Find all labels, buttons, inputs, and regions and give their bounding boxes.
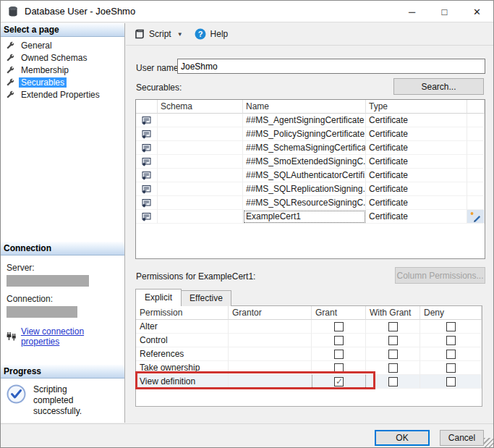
with-grant-checkbox[interactable]: [388, 322, 398, 331]
script-dropdown-caret[interactable]: ▼: [177, 31, 183, 38]
securable-extra: [467, 169, 485, 182]
securable-schema: [158, 210, 243, 224]
deny-checkbox[interactable]: [446, 336, 456, 345]
connection-label: Connection:: [7, 294, 124, 304]
certificate-icon: [142, 143, 151, 153]
user-name-input[interactable]: [177, 59, 485, 74]
securables-col-name[interactable]: Name: [243, 100, 366, 114]
permissions-tabs: ExplicitEffective: [135, 290, 231, 306]
securables-col-type[interactable]: Type: [366, 100, 467, 114]
securable-row[interactable]: ##MS_SQLAuthenticatorCertifi...Certifica…: [136, 169, 485, 182]
permission-name: Take ownership: [136, 361, 229, 375]
deny-checkbox[interactable]: [446, 363, 456, 373]
with-grant-cell: [366, 347, 420, 361]
help-button[interactable]: ? Help: [192, 26, 231, 42]
securable-type: Certificate: [366, 155, 467, 169]
title-bar: Database User - JoeShmo ─ □ ✕: [1, 1, 493, 22]
grant-cell: [312, 334, 366, 347]
perm-col-with-grant[interactable]: With Grant: [366, 306, 420, 320]
securable-type: Certificate: [366, 182, 467, 196]
perm-col-grantor[interactable]: Grantor: [229, 306, 312, 320]
select-page-list: GeneralOwned SchemasMembershipSecurables…: [1, 37, 124, 101]
help-label: Help: [210, 29, 229, 39]
script-label: Script: [149, 29, 171, 39]
perm-col-permission[interactable]: Permission: [136, 306, 229, 320]
wrench-icon: [6, 41, 14, 50]
wrench-icon: [6, 66, 14, 75]
certificate-icon-cell: [136, 210, 158, 224]
minimize-button[interactable]: ─: [396, 1, 428, 22]
column-permissions-button[interactable]: Column Permissions...: [395, 267, 485, 284]
permission-row[interactable]: Alter: [136, 320, 482, 334]
search-button[interactable]: Search...: [393, 78, 484, 95]
permission-row[interactable]: References: [136, 347, 482, 361]
securable-name: ##MS_PolicySigningCertificate: [243, 127, 366, 141]
database-user-dialog: Database User - JoeShmo ─ □ ✕ Select a p…: [0, 0, 494, 448]
grant-checkbox[interactable]: [334, 350, 344, 359]
progress-header: Progress: [1, 365, 124, 379]
securable-name: ##MS_SQLReplicationSigning...: [243, 182, 366, 196]
with-grant-cell: [366, 361, 420, 375]
certificate-icon: [142, 212, 151, 221]
script-button[interactable]: Script ▼: [132, 27, 186, 41]
resize-grip[interactable]: [484, 438, 493, 447]
grant-checkbox[interactable]: [334, 363, 344, 373]
certificate-icon: [142, 130, 151, 139]
securable-row[interactable]: ##MS_SmoExtendedSigningC...Certificate: [136, 155, 485, 169]
sidebar-item-securables[interactable]: Securables: [1, 76, 124, 88]
script-icon: [135, 29, 145, 39]
with-grant-checkbox[interactable]: [388, 336, 398, 345]
sidebar-item-label: Owned Schemas: [19, 53, 89, 63]
securable-type: Certificate: [366, 127, 467, 141]
certificate-icon: [142, 116, 151, 125]
deny-checkbox[interactable]: [446, 322, 456, 331]
sidebar-item-membership[interactable]: Membership: [1, 64, 124, 76]
securables-col-extra: [467, 100, 485, 114]
tab-effective[interactable]: Effective: [181, 290, 231, 306]
permission-grantor: [229, 375, 312, 389]
ok-button[interactable]: OK: [375, 430, 430, 446]
close-button[interactable]: ✕: [461, 1, 493, 22]
certificate-icon-cell: [136, 182, 158, 196]
deny-checkbox[interactable]: [446, 350, 456, 359]
with-grant-cell: [366, 334, 420, 347]
with-grant-checkbox[interactable]: [388, 377, 398, 386]
grant-cell: [312, 361, 366, 375]
deny-cell: [420, 320, 482, 334]
svg-text:?: ?: [197, 30, 203, 38]
connection-header: Connection: [1, 242, 124, 255]
wrench-icon: [6, 54, 14, 62]
cancel-button[interactable]: Cancel: [440, 430, 484, 446]
securable-row[interactable]: ##MS_PolicySigningCertificateCertificate: [136, 127, 485, 141]
perm-col-grant[interactable]: Grant: [312, 306, 366, 320]
permission-name: View definition: [136, 375, 229, 389]
sidebar-item-extended-properties[interactable]: Extended Properties: [1, 88, 124, 101]
server-label: Server:: [7, 263, 124, 273]
view-connection-properties-link[interactable]: View connection properties: [21, 326, 124, 347]
permission-grantor: [229, 334, 312, 347]
permission-row[interactable]: Control: [136, 334, 482, 347]
footer-bar: OK Cancel: [1, 423, 494, 448]
sidebar-item-general[interactable]: General: [1, 39, 124, 51]
securable-row[interactable]: ##MS_SQLResourceSigningC...Certificate: [136, 196, 485, 210]
deny-cell: [420, 361, 482, 375]
maximize-button[interactable]: □: [428, 1, 461, 22]
securable-row[interactable]: ##MS_AgentSigningCertificateCertificate: [136, 114, 485, 127]
perm-col-deny[interactable]: Deny: [420, 306, 482, 320]
securables-col-schema[interactable]: Schema: [158, 100, 243, 114]
grant-checkbox[interactable]: [334, 336, 344, 345]
securable-row[interactable]: ##MS_SchemaSigningCertifica...Certificat…: [136, 141, 485, 155]
grant-checkbox[interactable]: [334, 377, 344, 386]
with-grant-checkbox[interactable]: [388, 350, 398, 359]
tab-explicit[interactable]: Explicit: [135, 289, 182, 306]
securable-type: Certificate: [366, 196, 467, 210]
securable-row[interactable]: ExampleCert1Certificate: [136, 210, 485, 224]
permission-row[interactable]: View definition: [136, 375, 482, 389]
permission-row[interactable]: Take ownership: [136, 361, 482, 375]
with-grant-checkbox[interactable]: [388, 363, 398, 373]
sidebar-item-owned-schemas[interactable]: Owned Schemas: [1, 51, 124, 64]
permission-grantor: [229, 347, 312, 361]
grant-checkbox[interactable]: [334, 322, 344, 331]
securable-row[interactable]: ##MS_SQLReplicationSigning...Certificate: [136, 182, 485, 196]
deny-checkbox[interactable]: [446, 377, 456, 386]
